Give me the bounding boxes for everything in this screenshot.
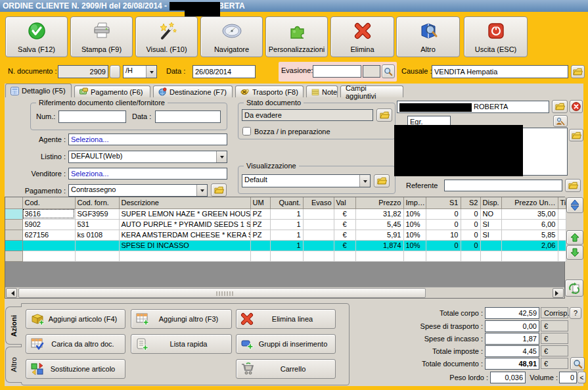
- volume-back-button[interactable]: <: [577, 372, 586, 383]
- cliente-remove-button[interactable]: [570, 100, 583, 113]
- causale-folder-button[interactable]: [571, 65, 585, 78]
- row-selector[interactable]: [5, 230, 22, 240]
- col-descrizione[interactable]: Descrizione: [119, 197, 250, 208]
- row-selector[interactable]: [5, 208, 22, 219]
- calc-grid-icon: [11, 87, 19, 95]
- col-s2[interactable]: S2: [461, 197, 480, 208]
- preview-button[interactable]: Visual. (F10): [135, 16, 198, 57]
- table-row[interactable]: 5902 531 AUTO PURPLE * PYRAMID SEEDS 1 S…: [5, 219, 566, 230]
- col-cod[interactable]: Cod.: [22, 197, 75, 208]
- aggiungi-articolo-button[interactable]: Aggiungi articolo (F4): [26, 309, 125, 329]
- series-dropdown[interactable]: /H: [123, 65, 157, 78]
- col-evaso[interactable]: Evaso: [303, 197, 334, 208]
- table-row[interactable]: 3616 SGF3959 SUPER LEMON HAZE * GREEN HO…: [5, 208, 566, 219]
- table-row[interactable]: 627156 ks 0108 KERA AMSTERDAM CHEESE * K…: [5, 230, 566, 240]
- row-down-button[interactable]: [566, 245, 583, 260]
- spese-trasporto-input[interactable]: [485, 320, 539, 332]
- tab-azioni[interactable]: Azioni: [5, 306, 22, 345]
- folder-icon: [377, 177, 387, 185]
- chevron-down-icon[interactable]: [146, 66, 156, 78]
- col-prezzo[interactable]: Prezzo: [355, 197, 403, 208]
- referente-folder-button[interactable]: [565, 179, 581, 192]
- n-documento-more-button[interactable]: [110, 65, 120, 78]
- save-button[interactable]: Salva (F12): [5, 16, 68, 57]
- print-button[interactable]: Stampa (F9): [70, 16, 133, 57]
- scroll-left-button[interactable]: [6, 288, 17, 298]
- gruppi-di-inserimento-button[interactable]: Gruppi di inserimento: [236, 334, 336, 354]
- pagamento-dropdown[interactable]: Contrassegno: [68, 184, 208, 197]
- causale-input[interactable]: [432, 65, 568, 78]
- carrello-button[interactable]: Carrello: [236, 359, 336, 379]
- corrisp-box[interactable]: Corrisp.: [541, 307, 568, 318]
- scroll-right-button[interactable]: [553, 288, 564, 298]
- cliente-field[interactable]: ROBERTA: [397, 101, 549, 113]
- data-input[interactable]: [192, 65, 256, 78]
- table-row-empty[interactable]: [5, 251, 566, 261]
- elimina-linea-button[interactable]: Elimina linea: [236, 309, 336, 329]
- col-um[interactable]: UM: [250, 197, 270, 208]
- cliente-folder-button[interactable]: [552, 100, 568, 113]
- num-input[interactable]: [58, 110, 126, 123]
- evasione-input[interactable]: [313, 65, 361, 78]
- stato-folder-button[interactable]: [376, 109, 392, 122]
- exit-button[interactable]: Uscita (ESC): [464, 16, 528, 57]
- totale-zoom-button[interactable]: [570, 357, 585, 370]
- row-up-button[interactable]: [566, 230, 583, 245]
- row-move-button[interactable]: [566, 197, 583, 213]
- listino-dropdown[interactable]: DEFAULT(Web): [68, 151, 227, 163]
- chevron-down-icon[interactable]: [216, 151, 227, 162]
- volume-input[interactable]: [559, 372, 577, 383]
- carica-da-altro-doc-button[interactable]: Carica da altro doc.: [26, 334, 125, 354]
- table-row-selected[interactable]: SPESE DI INCASSO 1 € 1,874 10% 0 0 2,06: [5, 240, 566, 251]
- col-tipo[interactable]: Tipo: [558, 197, 566, 208]
- navigator-button[interactable]: Navigatore: [200, 16, 263, 57]
- tab-note[interactable]: Note: [306, 85, 338, 97]
- refresh-grid-button[interactable]: [565, 280, 583, 297]
- tab-campi-aggiuntivi[interactable]: Campi aggiuntivi: [340, 85, 403, 97]
- rif-data-input[interactable]: [155, 110, 221, 123]
- visualizzazione-title: Visualizzazione: [244, 162, 299, 170]
- col-cod-forn[interactable]: Cod. forn.: [75, 197, 119, 208]
- col-s1[interactable]: S1: [426, 197, 461, 208]
- help-button[interactable]: ?: [570, 307, 581, 319]
- tab-pagamento[interactable]: Pagamento (F6): [74, 85, 150, 97]
- spese-incasso-input[interactable]: [485, 333, 539, 345]
- contact-search-button[interactable]: [553, 115, 568, 127]
- col-quant[interactable]: Quant.: [270, 197, 303, 208]
- more-button[interactable]: Altro: [396, 16, 460, 57]
- lista-rapida-button[interactable]: Lista rapida: [131, 334, 232, 354]
- evasione-search-button[interactable]: [382, 64, 395, 78]
- currency-box: €: [541, 320, 568, 331]
- visualizzazione-dropdown[interactable]: Default: [242, 174, 371, 187]
- row-selector[interactable]: [5, 219, 22, 230]
- bozza-checkbox[interactable]: [242, 127, 251, 135]
- tab-destinazione[interactable]: Destinazione (F7): [153, 85, 233, 97]
- visualizzazione-folder-button[interactable]: [374, 174, 390, 187]
- customizations-button[interactable]: Personalizzazioni: [265, 16, 328, 57]
- referente-input[interactable]: [444, 180, 562, 191]
- sostituzione-articolo-button[interactable]: Sostituzione articolo: [26, 359, 125, 379]
- chevron-down-icon[interactable]: [196, 185, 207, 196]
- row-selector[interactable]: [5, 251, 22, 261]
- tab-trasporto[interactable]: Trasporto (F8): [235, 85, 304, 97]
- venditore-input[interactable]: [68, 168, 227, 180]
- row-selector[interactable]: [5, 240, 22, 251]
- pagamento-folder-button[interactable]: [211, 183, 227, 197]
- delete-button[interactable]: Elimina: [330, 16, 394, 57]
- n-documento-input[interactable]: [58, 65, 108, 78]
- indirizzo-folder-button[interactable]: [569, 129, 583, 141]
- peso-lordo-input[interactable]: [490, 372, 526, 383]
- aggiungi-altro-button[interactable]: Aggiungi altro (F3): [131, 309, 232, 329]
- agente-input[interactable]: [68, 134, 227, 145]
- col-prezzo-un[interactable]: Prezzo Un…: [501, 197, 558, 208]
- folder-icon: [568, 182, 578, 189]
- tab-altro[interactable]: Altro: [5, 347, 22, 383]
- totale-documento-input: [485, 358, 539, 370]
- col-val[interactable]: Val: [334, 197, 355, 208]
- col-disp[interactable]: Disp.: [480, 197, 501, 208]
- horizontal-scrollbar[interactable]: [5, 287, 564, 298]
- scrollbar-thumb[interactable]: [18, 288, 426, 298]
- tab-dettaglio[interactable]: Dettaglio (F5): [5, 84, 72, 97]
- chevron-down-icon[interactable]: [359, 175, 370, 187]
- col-imp[interactable]: Imp…: [403, 197, 426, 208]
